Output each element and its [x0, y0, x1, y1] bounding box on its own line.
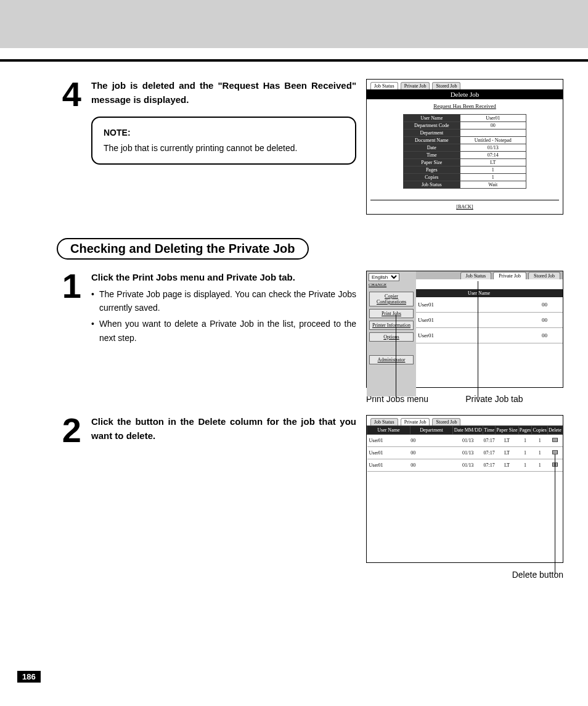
table-row[interactable]: User0100: [416, 328, 563, 343]
step-number-2: 2: [57, 415, 81, 580]
callout-pointer-right: [478, 281, 478, 398]
cell-user: User01: [367, 447, 410, 459]
label-copies: Copies: [404, 174, 460, 181]
value-copies: 1: [460, 174, 526, 181]
tabs-row: Job Status Private Job Stored Job: [370, 82, 563, 89]
tab-private-job[interactable]: Private Job: [401, 418, 430, 425]
callout-pointer-delete: [555, 454, 555, 575]
delete-icon[interactable]: [552, 450, 558, 454]
value-time: 07:14: [460, 152, 526, 159]
label-user-name: User Name: [404, 115, 460, 122]
step-1: 1 Click the Print Jobs menu and Private …: [57, 271, 563, 404]
value-paper-size: LT: [460, 159, 526, 166]
callout-pointer-left: [396, 314, 396, 398]
table-row: User01 00 01/13 07:17 LT 1 1: [367, 447, 563, 459]
page-number: 186: [17, 671, 41, 683]
cell-dept: 00: [542, 302, 563, 308]
cell-copies: 1: [532, 447, 547, 459]
sidebar-item-printer-info[interactable]: Printer Information: [369, 321, 414, 330]
value-dept-code: 00: [460, 122, 526, 129]
step-number-1: 1: [57, 271, 81, 404]
cell-pages: 1: [518, 447, 532, 459]
table-row: User01 00 01/13 07:17 LT 1 1: [367, 459, 563, 472]
cell-paper: LT: [496, 459, 518, 472]
value-date: 01/13: [460, 144, 526, 152]
delete-icon[interactable]: [552, 438, 558, 442]
cell-date: 01/13: [453, 435, 483, 447]
callout-delete-button: Delete button: [512, 570, 563, 580]
page-content: 4 The job is deleted and the "Request Ha…: [0, 62, 588, 580]
note-body: The job that is currently printing canno…: [104, 141, 344, 156]
tab-private-job[interactable]: Private Job: [493, 272, 526, 279]
label-department: Department: [404, 129, 460, 137]
label-pages: Pages: [404, 166, 460, 174]
cell-user: User01: [367, 459, 410, 472]
private-job-panel: User Name User0100 User0100 User0100: [416, 289, 563, 396]
cell-user: User01: [416, 302, 542, 308]
job-table-body: User01 00 01/13 07:17 LT 1 1 User01 00: [367, 435, 563, 472]
step-2: 2 Click the button in the Delete column …: [57, 415, 563, 580]
step-4-title: The job is deleted and the "Request Has …: [91, 79, 356, 107]
label-document-name: Document Name: [404, 137, 460, 144]
step-4: 4 The job is deleted and the "Request Ha…: [57, 79, 563, 215]
header-pages: Pages: [518, 426, 532, 435]
header-date: Date MM/DD: [453, 426, 483, 435]
step-1-bullet-2: When you want to delete a Private Job in…: [91, 317, 356, 345]
value-job-status: Wait: [460, 181, 526, 189]
value-user-name: User01: [460, 115, 526, 122]
sidebar-item-copier-config[interactable]: Copier Configurations: [369, 292, 414, 306]
tab-stored-job[interactable]: Stored Job: [432, 418, 460, 425]
back-link[interactable]: [BACK]: [370, 200, 559, 210]
tabs-row: Job Status Private Job Stored Job: [416, 271, 563, 279]
header-user: User Name: [367, 426, 410, 435]
label-paper-size: Paper Size: [404, 159, 460, 166]
change-button[interactable]: CHANGE: [369, 282, 414, 287]
cell-pages: 1: [518, 459, 532, 472]
label-time: Time: [404, 152, 460, 159]
request-received-msg: Request Has Been Received: [367, 103, 563, 109]
job-table: User Name Department Date MM/DD Time Pap…: [367, 425, 563, 472]
tab-stored-job[interactable]: Stored Job: [432, 82, 460, 89]
cell-pages: 1: [518, 435, 532, 447]
header-user-name: User Name: [416, 289, 542, 297]
tab-job-status[interactable]: Job Status: [460, 272, 492, 279]
job-table-header-row: User Name Department Date MM/DD Time Pap…: [367, 426, 563, 435]
sidebar-item-print-jobs[interactable]: Print Jobs: [369, 309, 414, 318]
step-1-bullet-1: The Private Job page is displayed. You c…: [91, 287, 356, 315]
job-details-table: User NameUser01 Department Code00 Depart…: [403, 114, 526, 189]
language-select[interactable]: English: [369, 273, 399, 281]
cell-delete: [547, 435, 562, 447]
step-2-title: Click the button in the Delete column fo…: [91, 415, 356, 443]
step-1-bullet-1-text: The Private Job page is displayed. You c…: [99, 287, 356, 315]
table-row: User01 00 01/13 07:17 LT 1 1: [367, 435, 563, 447]
delete-job-title: Delete Job: [367, 89, 563, 99]
header-time: Time: [483, 426, 495, 435]
sidebar-item-options[interactable]: Options: [369, 332, 414, 342]
table-row[interactable]: User0100: [416, 313, 563, 328]
cell-time: 07:17: [483, 447, 495, 459]
step-2-text: Click the button in the Delete column fo…: [91, 415, 356, 580]
value-department: [460, 129, 526, 137]
tab-job-status[interactable]: Job Status: [370, 418, 398, 425]
screenshot-job-table: Job Status Private Job Stored Job User N…: [366, 415, 563, 580]
cell-paper: LT: [496, 447, 518, 459]
value-pages: 1: [460, 166, 526, 174]
sidebar-item-administrator[interactable]: Administrator: [369, 355, 414, 364]
label-date: Date: [404, 144, 460, 152]
cell-date: 01/13: [453, 447, 483, 459]
screenshot-delete-job: Job Status Private Job Stored Job Delete…: [366, 79, 563, 215]
cell-dept: 00: [410, 435, 453, 447]
table-row[interactable]: User0100: [416, 297, 563, 313]
cell-time: 07:17: [483, 435, 495, 447]
value-document-name: Untitled - Notepad: [460, 137, 526, 144]
sidebar-menu: Copier Configurations Print Jobs Printer…: [367, 289, 416, 396]
tabs-row: Job Status Private Job Stored Job: [370, 418, 563, 425]
cell-user: User01: [416, 332, 542, 339]
step-4-text: The job is deleted and the "Request Has …: [91, 79, 356, 215]
tab-job-status[interactable]: Job Status: [370, 82, 398, 89]
tab-private-job[interactable]: Private Job: [401, 82, 430, 89]
step-1-bullet-2-text: When you want to delete a Private Job in…: [99, 317, 356, 345]
tab-stored-job[interactable]: Stored Job: [528, 272, 560, 279]
note-label: NOTE:: [104, 125, 344, 141]
header-paper: Paper Size: [496, 426, 518, 435]
